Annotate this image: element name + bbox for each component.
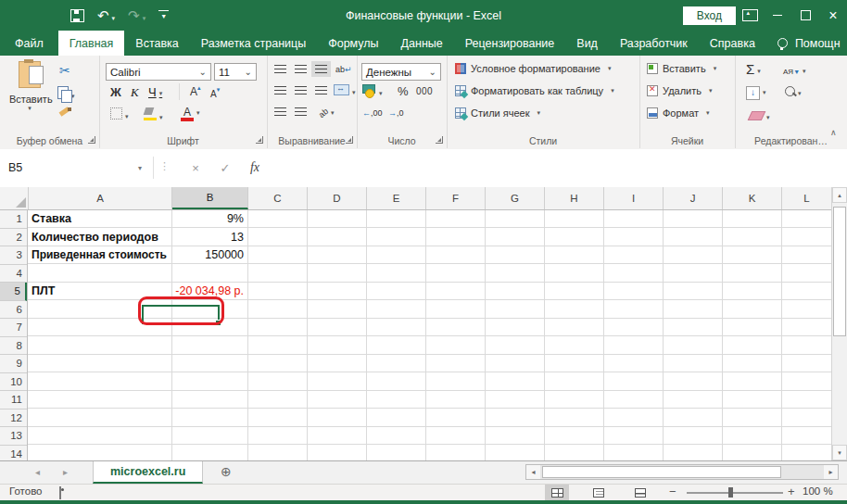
row-header-12[interactable]: 12 (0, 410, 27, 428)
row-header-8[interactable]: 8 (0, 337, 27, 356)
font-color-button[interactable]: А (181, 106, 200, 121)
column-header-i[interactable]: I (604, 187, 664, 209)
format-as-table-button[interactable]: Форматировать как таблицу (455, 85, 614, 96)
decrease-indent-button[interactable] (274, 107, 286, 116)
format-cells-button[interactable]: Формат (647, 107, 710, 119)
borders-button[interactable] (110, 107, 129, 122)
format-painter-button[interactable] (59, 107, 71, 121)
grow-font-button[interactable]: A (190, 84, 201, 98)
row-header-3[interactable]: 3 (0, 246, 27, 265)
font-name-select[interactable]: Calibri (106, 63, 211, 81)
column-header-e[interactable]: E (367, 187, 426, 209)
zoom-in-button[interactable]: + (788, 485, 795, 498)
align-center-button[interactable] (295, 86, 307, 94)
accounting-format-button[interactable] (362, 84, 383, 99)
sheet-nav-right-icon[interactable]: ▸ (63, 467, 68, 477)
column-header-b[interactable]: B (172, 187, 248, 209)
column-header-k[interactable]: K (723, 187, 782, 209)
percent-style-button[interactable]: % (398, 84, 409, 98)
row-header-14[interactable]: 14 (0, 446, 27, 461)
shrink-font-button[interactable]: A (210, 86, 220, 99)
tab-view[interactable]: Вид (565, 31, 609, 56)
row-header-7[interactable]: 7 (0, 319, 27, 337)
autosum-button[interactable]: Σ (746, 61, 761, 77)
page-layout-view-button[interactable] (587, 485, 611, 500)
row-header-11[interactable]: 11 (0, 391, 27, 410)
align-bottom-button[interactable] (315, 65, 327, 73)
alignment-dialog-launcher[interactable] (346, 136, 353, 144)
copy-button[interactable] (57, 86, 75, 102)
row-header-5[interactable]: 5 (0, 283, 27, 301)
tab-home[interactable]: Главная (58, 31, 125, 56)
increase-indent-button[interactable] (295, 107, 307, 116)
sheet-tab-microexcel[interactable]: microexcel.ru (93, 461, 203, 484)
tab-data[interactable]: Данные (390, 31, 454, 56)
sheet-nav-left-icon[interactable]: ◂ (35, 467, 40, 477)
column-header-c[interactable]: C (248, 187, 308, 209)
increase-decimal-button[interactable]: ←,00 (362, 108, 383, 118)
comma-style-button[interactable]: 000 (416, 86, 433, 96)
cell-styles-button[interactable]: Стили ячеек (455, 107, 540, 119)
tell-me-button[interactable]: Помощн (766, 31, 847, 56)
tab-insert[interactable]: Вставка (124, 31, 189, 56)
wrap-text-button[interactable] (335, 62, 352, 75)
page-break-view-button[interactable] (628, 485, 652, 500)
row-header-10[interactable]: 10 (0, 373, 27, 392)
conditional-formatting-button[interactable]: Условное форматирование (455, 63, 611, 74)
scroll-left-arrow[interactable]: ◂ (526, 465, 540, 479)
zoom-slider-track[interactable] (687, 492, 783, 494)
column-header-g[interactable]: G (486, 187, 545, 209)
decrease-decimal-button[interactable]: →,0 (388, 108, 404, 118)
column-header-l[interactable]: L (782, 187, 831, 209)
zoom-slider-thumb[interactable] (728, 487, 733, 498)
maximize-button[interactable] (791, 0, 819, 31)
paste-button[interactable]: Вставить ▾ (9, 61, 50, 112)
cut-button[interactable]: ✂ (59, 63, 70, 78)
enter-formula-button[interactable]: ✓ (213, 155, 237, 181)
column-header-d[interactable]: D (308, 187, 367, 209)
cell-b3[interactable]: 150000 (172, 246, 244, 265)
scroll-down-arrow[interactable]: ▾ (832, 445, 847, 460)
scroll-right-arrow[interactable]: ▸ (824, 465, 838, 479)
horizontal-scroll-track[interactable] (540, 465, 824, 479)
cell-a3[interactable]: Приведенная стоимость (32, 246, 171, 265)
cell-a2[interactable]: Количество периодов (32, 229, 169, 247)
number-format-select[interactable]: Денежны (361, 63, 441, 81)
horizontal-scrollbar[interactable]: ◂ ▸ (525, 464, 839, 480)
font-dialog-launcher[interactable] (256, 136, 263, 144)
column-header-j[interactable]: J (664, 187, 723, 209)
clear-button[interactable] (750, 110, 770, 123)
tab-formulas[interactable]: Формулы (317, 31, 389, 56)
number-dialog-launcher[interactable] (436, 136, 443, 144)
zoom-out-button[interactable]: − (669, 485, 676, 498)
tab-file[interactable]: Файл (0, 31, 58, 56)
macro-record-icon[interactable] (59, 486, 61, 499)
fill-color-button[interactable] (144, 107, 163, 123)
drag-dots-icon[interactable]: ⋮ (159, 160, 170, 172)
merge-center-button[interactable] (334, 84, 356, 98)
sort-filter-button[interactable]: АЯ (783, 64, 806, 77)
row-header-6[interactable]: 6 (0, 301, 27, 320)
delete-cells-button[interactable]: Удалить (647, 85, 713, 96)
cell-b1[interactable]: 9% (172, 210, 244, 229)
find-select-button[interactable] (785, 86, 802, 99)
tab-page-layout[interactable]: Разметка страницы (190, 31, 317, 56)
cancel-formula-button[interactable]: × (183, 155, 208, 181)
close-button[interactable]: × (819, 0, 847, 31)
sign-in-button[interactable]: Вход (683, 6, 736, 25)
italic-button[interactable]: К (131, 85, 139, 100)
collapse-ribbon-button[interactable]: ∧ (830, 128, 837, 137)
insert-cells-button[interactable]: Вставить (647, 63, 716, 74)
vertical-scroll-thumb[interactable] (833, 207, 846, 336)
row-header-4[interactable]: 4 (0, 265, 27, 284)
cell-b2[interactable]: 13 (172, 229, 244, 247)
normal-view-button[interactable] (545, 485, 569, 500)
select-all-corner[interactable] (0, 187, 29, 209)
clipboard-dialog-launcher[interactable] (88, 136, 95, 144)
column-header-a[interactable]: A (29, 187, 172, 209)
new-sheet-button[interactable]: ⊕ (221, 464, 232, 479)
fill-button[interactable]: ↓ (746, 85, 766, 100)
orientation-button[interactable] (319, 106, 335, 119)
row-header-1[interactable]: 1 (0, 210, 27, 229)
vertical-scrollbar[interactable]: ▴ ▾ (831, 187, 847, 460)
